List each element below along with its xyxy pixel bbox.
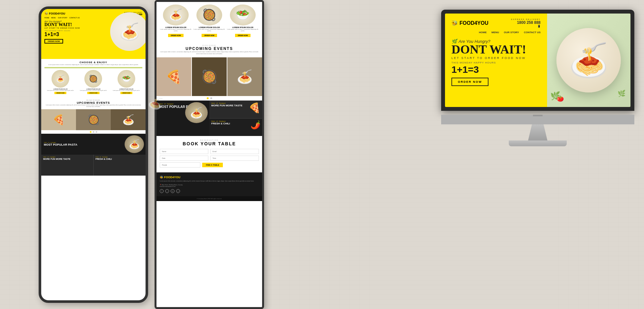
tab-order-btn-2[interactable]: ORDER NOW	[202, 34, 217, 37]
mob-dish-btn-3[interactable]: ORDER NOW	[120, 92, 132, 94]
monitor-stand-neck	[528, 124, 547, 140]
mon-let-start: LET START TO ORDER FOOD NOW	[451, 56, 541, 60]
monitor-base	[509, 140, 567, 146]
mon-nav-home[interactable]: HOME	[479, 31, 487, 34]
tab-promo-fun: TRY IT TODAY MORE FUN MORE TASTE 🍕	[209, 101, 262, 119]
tab-photo-mosaic: 🍕 🥘 🍝	[156, 57, 262, 96]
monitor-stand-top	[441, 115, 634, 124]
mobile-mockup: 🐝 FOOD4YOU EXPRESS DELIVERY 1800 258 888…	[39, 6, 148, 303]
tab-footer: 🐝 FOOD4YOU Lorem ipsum dolor sit amet, c…	[156, 172, 262, 196]
tab-twitter-icon[interactable]: t	[165, 189, 169, 193]
tab-promo-chili: TRY IT TODAY FRESH & CHILI 🌶️	[209, 119, 262, 136]
tab-mosaic-3: 🍝	[227, 57, 262, 96]
mob-photo-dots	[41, 130, 146, 134]
mob-dish-2: 🥘	[84, 70, 102, 88]
mob-dishes-row: 🍝 LOREM IPSUM DOLOR Lorem ipsum dolor si…	[44, 70, 142, 94]
tab-order-btn-1[interactable]: ORDER NOW	[168, 34, 184, 37]
mon-tomato-icon: 🍅	[557, 95, 564, 102]
mob-nav-home[interactable]: HOME	[44, 17, 49, 19]
mon-nav-menu[interactable]: MENU	[491, 31, 499, 34]
mob-logo: 🐝 FOOD4YOU	[44, 12, 65, 15]
mob-nav-contact[interactable]: CONTACT US	[69, 17, 80, 19]
mob-promo-fun: TRY IT TODAY MORE FUN MORE TASTE	[41, 155, 94, 176]
mob-order-btn[interactable]: ORDER NOW	[44, 39, 63, 43]
mob-dish-3: 🥗	[118, 70, 135, 88]
monitor-mockup: 🐝 FOOD4YOU EXPRESS DELIVERY 1800 258 888…	[441, 10, 634, 146]
tab-copyright: © Company Name 2020. All rights reserved…	[156, 196, 262, 201]
tab-reservation: RESERVATION BOOK YOUR TABLE FIND A TABLE	[156, 136, 262, 172]
mon-formula: 1+1=3	[451, 64, 541, 75]
mob-promo-section: TRY IT TODAY MOST POPULAR PASTA 🍝 TRY IT…	[41, 134, 146, 176]
mon-nav: HOME MENU OUR STORY CONTACT US	[451, 31, 541, 34]
tab-promo-pasta-dish: 🍝	[185, 102, 208, 123]
mob-photo-2: 🥘	[76, 109, 111, 130]
monitor-screen-wrapper: 🐝 FOOD4YOU EXPRESS DELIVERY 1800 258 888…	[441, 10, 634, 111]
mob-dish-1: 🍝	[52, 70, 69, 88]
mon-dont-wait: DONT WAIT!	[451, 44, 541, 55]
monitor-screen: 🐝 FOOD4YOU EXPRESS DELIVERY 1800 258 888…	[445, 14, 630, 107]
monitor-hero: 🐝 FOOD4YOU EXPRESS DELIVERY 1800 258 888…	[445, 14, 630, 107]
mob-photos-strip: 🍕 🥘 🍝	[41, 109, 146, 130]
mob-dish-btn-1[interactable]: ORDER NOW	[54, 92, 66, 94]
mon-nav-contact[interactable]: CONTACT US	[524, 31, 541, 34]
tab-time-input[interactable]	[210, 156, 259, 161]
mob-dot-3[interactable]	[96, 131, 97, 133]
tab-youtube-icon[interactable]: y	[176, 189, 180, 193]
mob-promo-pasta-dish: 🍝	[125, 135, 144, 153]
tab-name-input[interactable]	[160, 149, 208, 154]
mob-nav-menu[interactable]: MENU	[51, 17, 56, 19]
mob-photo-1: 🍕	[41, 109, 76, 130]
tab-promo-pasta: TRY IT TODAY MOST POPULAR PASTA 🍝	[156, 101, 209, 136]
tab-menu-section: 🍝 LOREM IPSUM DOLOR Lorem ipsum dolor si…	[156, 2, 262, 42]
tab-dot-1[interactable]	[207, 97, 209, 99]
tab-facebook-icon[interactable]: f	[160, 189, 164, 193]
mob-photo-3: 🍝	[111, 109, 146, 130]
mob-promo-chili: TRY IT TODAY FRESH & CHILI	[94, 155, 146, 176]
tab-mosaic-dots	[156, 96, 262, 101]
tablet-mockup: 🍝 LOREM IPSUM DOLOR Lorem ipsum dolor si…	[155, 0, 264, 309]
mon-logo: 🐝 FOOD4YOU	[451, 20, 488, 26]
tab-mosaic-1: 🍕	[156, 57, 191, 96]
tab-dish-3: 🥗	[230, 5, 256, 25]
mon-hero-dish: 🍝	[556, 28, 621, 92]
mon-nav-story[interactable]: OUR STORY	[504, 31, 519, 34]
tab-mosaic-2: 🥘	[192, 57, 227, 96]
tab-instagram-icon[interactable]: in	[171, 189, 175, 193]
tab-email-input[interactable]	[210, 149, 259, 154]
tab-footer-social: f t in y	[160, 189, 259, 193]
mon-express-delivery: EXPRESS DELIVERY 1800 258 888 📱	[511, 18, 541, 28]
mon-hero-right: 🍝 🌿 🌿 🍅	[547, 14, 630, 107]
mob-dot-1[interactable]	[90, 131, 91, 133]
mob-promo-pasta: TRY IT TODAY MOST POPULAR PASTA 🍝	[41, 134, 146, 155]
tab-find-table-btn[interactable]: FIND A TABLE	[202, 163, 223, 167]
mob-nav-story[interactable]: OUR STORY	[58, 17, 68, 19]
mon-order-btn[interactable]: ORDER NOW	[451, 78, 488, 86]
tab-dot-2[interactable]	[210, 97, 212, 99]
mob-dot-2[interactable]	[93, 131, 94, 133]
tab-people-input[interactable]	[160, 162, 200, 168]
tab-events: DISCOVER UPCOMING EVENTS Lorem ipsum dol…	[156, 42, 262, 57]
mob-dish-btn-2[interactable]: ORDER NOW	[87, 92, 99, 94]
tab-dish-2: 🥘	[196, 5, 222, 25]
tab-date-input[interactable]	[160, 156, 208, 161]
fresh-chili-title: FRESH & CHILI	[96, 158, 144, 160]
mob-logo-bee: 🐝	[44, 12, 48, 15]
tab-promo-section: TRY IT TODAY MOST POPULAR PASTA 🍝 TRY IT…	[156, 101, 262, 136]
tab-order-btn-3[interactable]: ORDER NOW	[235, 34, 251, 37]
mon-logo-bee: 🐝	[451, 20, 458, 26]
mon-basil-right-icon: 🌿	[618, 90, 626, 97]
tab-dish-1: 🍝	[163, 5, 189, 25]
mob-promo-small-row: TRY IT TODAY MORE FUN MORE TASTE TRY IT …	[41, 155, 146, 176]
